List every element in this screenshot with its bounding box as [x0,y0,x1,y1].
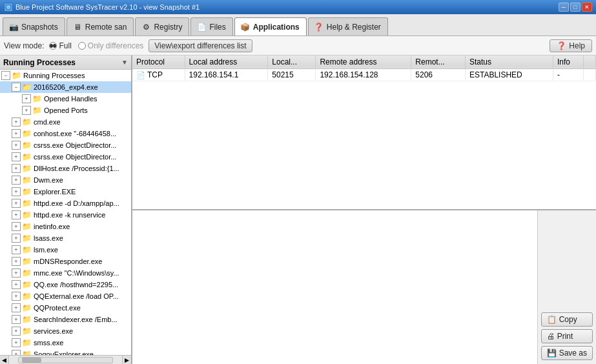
expand-icon[interactable]: + [22,94,31,103]
expand-icon[interactable]: + [12,245,21,254]
list-item[interactable]: + 📁 SearchIndexer.exe /Emb... [0,314,131,325]
expand-icon[interactable]: − [12,83,21,92]
expand-icon[interactable]: + [12,199,21,208]
expand-icon[interactable]: + [12,292,21,301]
view-export-button[interactable]: View\export differences list [149,39,252,52]
tab-files[interactable]: 📄 Files [190,17,232,35]
scroll-thumb[interactable] [22,358,41,363]
connections-table-area[interactable]: Protocol Local address Local... Remote a… [132,56,596,209]
process-label: Explorer.EXE [34,188,76,196]
maximize-button[interactable]: □ [570,3,581,12]
col-remote-address[interactable]: Remote address [316,56,411,68]
process-label: conhost.exe "-68446458... [34,130,116,137]
process-label: smss.exe [34,339,63,347]
list-item[interactable]: + 📁 Opened Ports [0,105,131,116]
tab-help-register[interactable]: ❓ Help & Register [308,17,388,35]
scroll-left-button[interactable]: ◀ [0,356,9,365]
main-content: Running Processes ▼ − 📁 Running Processe… [0,56,596,364]
list-item[interactable]: + 📁 httpd.exe -k runservice [0,209,131,221]
expand-icon[interactable]: + [22,106,31,115]
expand-icon[interactable]: + [12,176,21,185]
copy-button[interactable]: 📋 Copy [541,312,593,327]
list-item[interactable]: + 📁 cmd.exe [0,116,131,128]
list-item[interactable]: + 📁 smss.exe [0,337,131,349]
list-item[interactable]: + 📁 mmc.exe "C:\Windows\sy... [0,267,131,279]
list-item[interactable]: + 📁 QQProtect.exe [0,302,131,314]
list-item[interactable]: + 📁 Opened Handles [0,93,131,105]
files-tab-icon: 📄 [196,22,207,32]
expand-icon[interactable]: + [12,210,21,219]
col-remote-port[interactable]: Remot... [411,56,466,68]
list-item[interactable]: + 📁 SogouExplorer.exe [0,349,131,355]
col-local-address[interactable]: Local address [185,56,268,68]
list-item[interactable]: − 📁 20165206_exp4.exe [0,81,131,93]
list-item[interactable]: + 📁 DllHost.exe /Processid:{1... [0,163,131,174]
expand-icon[interactable]: + [12,117,21,126]
list-item[interactable]: − 📁 Running Processes [0,70,131,81]
col-info[interactable]: Info [553,56,583,68]
table-row[interactable]: 📄TCP 192.168.154.1 50215 192.168.154.128… [132,68,596,81]
table-header-row: Protocol Local address Local... Remote a… [132,56,596,68]
list-item[interactable]: + 📁 Explorer.EXE [0,186,131,197]
folder-icon: 📁 [22,280,32,289]
list-item[interactable]: + 📁 QQExternal.exe /load OP... [0,290,131,302]
expand-icon[interactable]: + [12,303,21,312]
help-button[interactable]: ❓ Help [550,39,592,52]
expand-icon[interactable]: + [12,327,21,336]
tab-applications[interactable]: 📦 Applications [234,17,307,35]
process-tree[interactable]: − 📁 Running Processes − 📁 20165206_exp4.… [0,70,131,355]
help-register-tab-icon: ❓ [314,22,324,32]
bottom-detail-area [132,210,537,364]
process-label: httpd.exe -d D:/xampp/ap... [34,199,119,207]
list-item[interactable]: + 📁 conhost.exe "-68446458... [0,128,131,139]
left-panel: Running Processes ▼ − 📁 Running Processe… [0,56,132,364]
radio-full[interactable]: Full [49,41,71,50]
list-item[interactable]: + 📁 lsass.exe [0,232,131,244]
expand-icon[interactable]: + [12,141,21,150]
expand-icon[interactable]: + [12,257,21,266]
process-label: httpd.exe -k runservice [34,211,105,219]
expand-icon[interactable]: + [12,164,21,173]
tab-registry[interactable]: ⚙ Registry [135,17,189,35]
expand-icon[interactable]: + [12,187,21,196]
list-item[interactable]: + 📁 csrss.exe ObjectDirector... [0,139,131,151]
cell-remote-port: 5206 [411,68,466,81]
tab-remote-san[interactable]: 🖥 Remote san [67,17,134,35]
list-item[interactable]: + 📁 Dwm.exe [0,174,131,186]
expand-icon[interactable]: + [12,268,21,278]
expand-icon[interactable]: + [12,315,21,324]
col-protocol[interactable]: Protocol [132,56,185,68]
process-label: mDNSResponder.exe [34,258,102,265]
list-item[interactable]: + 📁 csrss.exe ObjectDirector... [0,151,131,163]
col-status[interactable]: Status [465,56,553,68]
expand-icon[interactable]: + [12,350,21,355]
folder-icon: 📁 [22,83,32,92]
panel-header-icon: ▼ [121,59,128,66]
horizontal-scrollbar[interactable]: ◀ ▶ [0,355,131,364]
viewmode-radio-group: Full Only differences [49,41,143,50]
close-button[interactable]: ✕ [582,3,592,12]
list-item[interactable]: + 📁 mDNSResponder.exe [0,256,131,267]
expand-icon[interactable]: + [12,338,21,347]
list-item[interactable]: + 📁 services.exe [0,325,131,337]
list-item[interactable]: + 📁 lsm.exe [0,244,131,256]
print-button[interactable]: 🖨 Print [541,329,593,343]
list-item[interactable]: + 📁 inetinfo.exe [0,221,131,232]
expand-icon[interactable]: + [12,222,21,231]
list-item[interactable]: + 📁 QQ.exe /hosthwnd=2295... [0,279,131,290]
expand-icon[interactable]: + [12,129,21,138]
tab-snapshots[interactable]: 📷 Snapshots [3,17,65,35]
scroll-right-button[interactable]: ▶ [122,356,131,365]
expand-icon[interactable]: + [12,152,21,161]
expand-icon[interactable]: − [1,71,10,80]
minimize-button[interactable]: ─ [559,3,569,12]
radio-diff[interactable]: Only differences [78,41,144,50]
list-item[interactable]: + 📁 httpd.exe -d D:/xampp/ap... [0,197,131,209]
col-local-port[interactable]: Local... [268,56,316,68]
expand-icon[interactable]: + [12,280,21,289]
expand-icon[interactable]: + [12,234,21,243]
bottom-area: 📋 Copy 🖨 Print 💾 Save as [132,209,596,364]
save-as-button[interactable]: 💾 Save as [541,346,593,360]
right-panel: Protocol Local address Local... Remote a… [132,56,596,364]
copy-label: Copy [559,315,577,324]
